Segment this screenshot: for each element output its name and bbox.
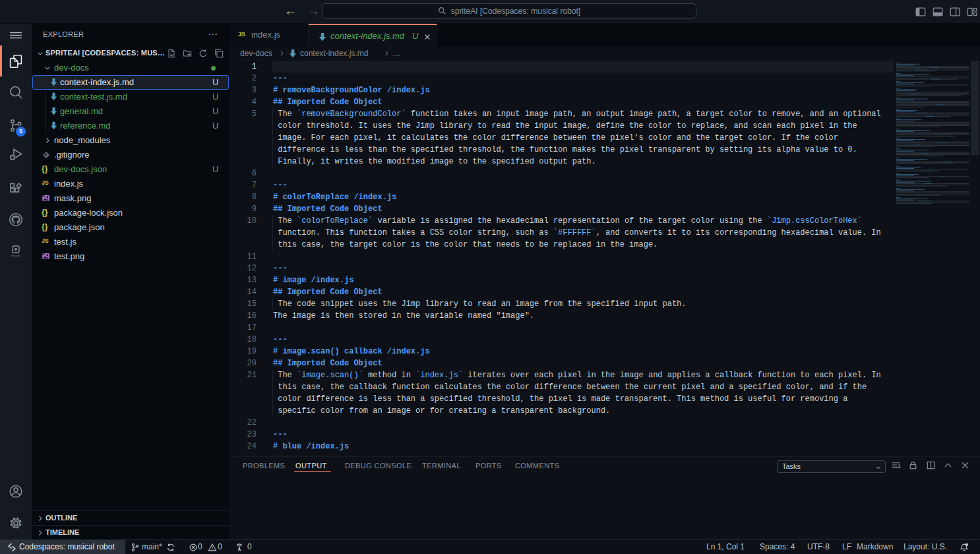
svg-text:Dev-Docs: Dev-Docs bbox=[11, 255, 20, 257]
